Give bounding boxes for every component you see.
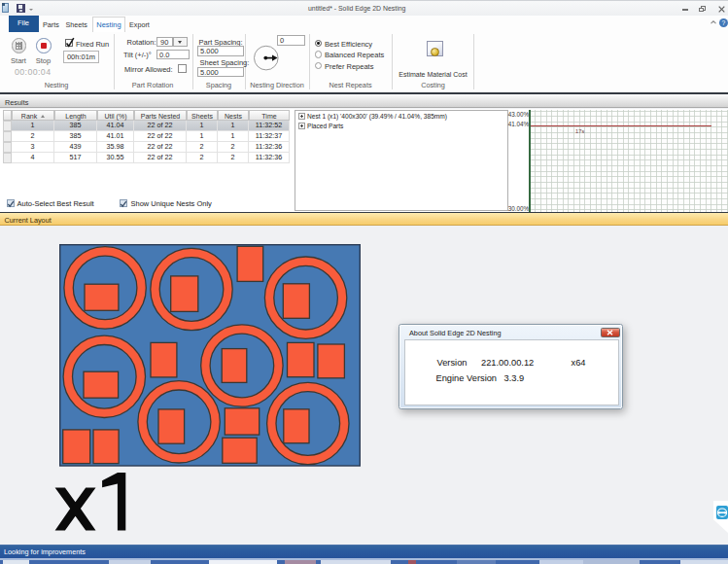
svg-text:17s: 17s bbox=[575, 128, 584, 134]
